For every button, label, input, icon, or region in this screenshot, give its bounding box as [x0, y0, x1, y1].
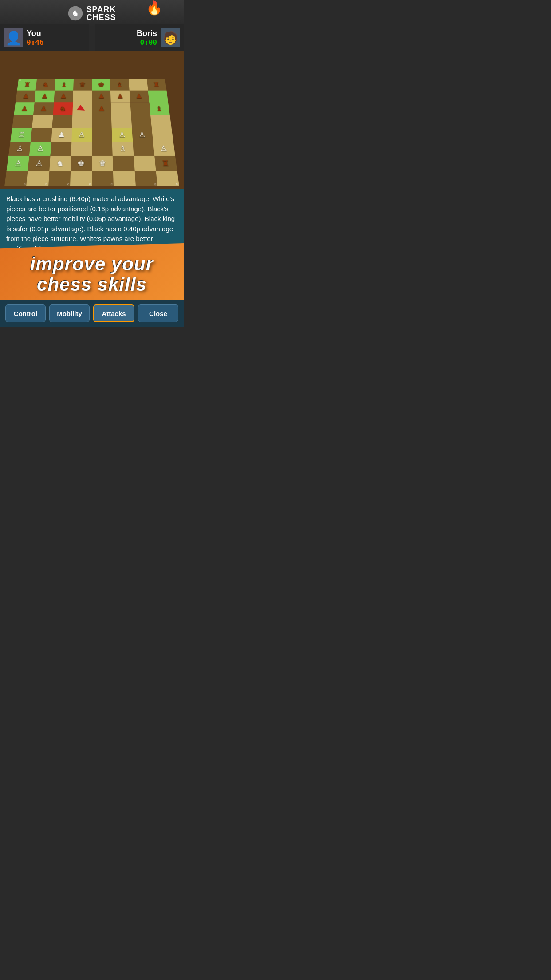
- cell-a8[interactable]: 8♜: [17, 79, 37, 90]
- cell-e6[interactable]: ♟: [92, 102, 111, 115]
- logo-spark: SPARK: [86, 5, 116, 13]
- cell-b6[interactable]: ♟: [33, 102, 54, 115]
- promo-text: improve your chess skills: [30, 254, 153, 295]
- attacks-button[interactable]: Attacks: [93, 304, 134, 322]
- cell-a3[interactable]: ♙: [8, 142, 31, 156]
- cell-c6[interactable]: ♞: [53, 102, 73, 115]
- cell-c2[interactable]: ♞: [49, 156, 71, 171]
- control-button[interactable]: Control: [5, 304, 46, 322]
- cell-g8[interactable]: [128, 79, 148, 90]
- cell-a5[interactable]: [12, 115, 33, 127]
- cell-h3[interactable]: ♙: [153, 142, 175, 156]
- cell-c5[interactable]: [52, 115, 72, 127]
- you-avatar-icon: 👤: [5, 30, 22, 46]
- player-boris-panel: Boris 0:00 🧑: [95, 24, 184, 51]
- cell-g3[interactable]: [133, 142, 154, 156]
- cell-a7[interactable]: ♟: [16, 90, 36, 102]
- cell-a6[interactable]: ♟: [14, 102, 35, 115]
- cell-c1[interactable]: c: [48, 171, 71, 186]
- cell-d1[interactable]: d: [70, 171, 92, 186]
- boris-avatar-icon: 🧑: [163, 31, 178, 45]
- cell-a2[interactable]: ♙: [7, 156, 29, 171]
- cell-g4[interactable]: ♙: [132, 128, 153, 142]
- cell-c8[interactable]: ♝: [55, 79, 74, 90]
- cell-c7[interactable]: ♟: [54, 90, 73, 102]
- cell-b1[interactable]: b: [26, 171, 49, 186]
- logo-text: SPARK CHESS: [86, 5, 116, 21]
- cell-f7[interactable]: ♟: [110, 90, 130, 102]
- cell-e4[interactable]: [92, 128, 112, 142]
- cell-a1[interactable]: a: [4, 171, 28, 186]
- boris-avatar: 🧑: [161, 28, 180, 47]
- cell-a4[interactable]: ♖: [10, 128, 32, 142]
- boris-info: Boris 0:00: [137, 29, 157, 47]
- cell-b3[interactable]: ♙: [29, 142, 51, 156]
- cell-e5[interactable]: [92, 115, 112, 127]
- cell-d3[interactable]: [71, 142, 92, 156]
- chess-board-container: 8♜ ♞ ♝ ♛ ♚ ♝ ♜ ♟ ♟ ♟ ♟ ♟ ♟ ♟ ♟: [0, 51, 184, 189]
- bottom-buttons-bar: Control Mobility Attacks Close: [0, 300, 184, 327]
- cell-h1[interactable]: h: [156, 171, 179, 186]
- cell-c3[interactable]: [50, 142, 71, 156]
- cell-c4[interactable]: ♟: [51, 128, 72, 142]
- cell-g1[interactable]: g: [134, 171, 157, 186]
- cell-d2[interactable]: ♚: [71, 156, 92, 171]
- you-avatar: 👤: [4, 28, 23, 47]
- cell-b8[interactable]: ♞: [36, 79, 55, 90]
- chess-board: 8♜ ♞ ♝ ♛ ♚ ♝ ♜ ♟ ♟ ♟ ♟ ♟ ♟ ♟ ♟: [4, 79, 179, 186]
- cell-e1[interactable]: e: [92, 171, 114, 186]
- cell-f6[interactable]: [111, 102, 131, 115]
- cell-h2[interactable]: ♜: [154, 156, 177, 171]
- cell-b5[interactable]: [32, 115, 53, 127]
- cell-h5[interactable]: [150, 115, 172, 127]
- flame-icon: 🔥: [146, 0, 162, 16]
- cell-d5[interactable]: [72, 115, 92, 127]
- cell-f8[interactable]: ♝: [110, 79, 129, 90]
- cell-f2[interactable]: [113, 156, 134, 171]
- cell-g2[interactable]: [134, 156, 156, 171]
- cell-g5[interactable]: [131, 115, 152, 127]
- logo-knight-icon: ♞: [67, 5, 83, 21]
- cell-b2[interactable]: ♙: [28, 156, 50, 171]
- cell-h8[interactable]: ♜: [147, 79, 167, 90]
- app-header: ♞ 🔥 SPARK CHESS: [0, 0, 184, 27]
- close-button[interactable]: Close: [138, 304, 178, 322]
- boris-timer: 0:00: [140, 38, 157, 47]
- promo-banner: improve your chess skills: [0, 243, 184, 305]
- cell-e2[interactable]: ♛: [92, 156, 113, 171]
- cell-e7[interactable]: ♟: [92, 90, 111, 102]
- cell-d7[interactable]: [73, 90, 92, 102]
- logo-chess: CHESS: [86, 13, 116, 21]
- you-name: You: [27, 29, 44, 38]
- you-timer: 0:46: [27, 38, 44, 47]
- player-you-panel: 👤 You 0:46: [0, 24, 89, 51]
- cell-e8[interactable]: ♚: [92, 79, 110, 90]
- cell-h7[interactable]: [148, 90, 168, 102]
- cell-g6[interactable]: [130, 102, 150, 115]
- cell-g7[interactable]: ♟: [129, 90, 149, 102]
- logo: ♞ 🔥 SPARK CHESS: [67, 5, 116, 21]
- cell-f5[interactable]: [111, 115, 132, 127]
- cell-d4[interactable]: ♙: [71, 128, 92, 142]
- cell-b4[interactable]: [31, 128, 52, 142]
- mobility-button[interactable]: Mobility: [49, 304, 90, 322]
- boris-name: Boris: [137, 29, 157, 38]
- cell-h4[interactable]: [152, 128, 173, 142]
- cell-e3[interactable]: [92, 142, 113, 156]
- you-info: You 0:46: [27, 29, 44, 47]
- cell-f3[interactable]: ♗: [112, 142, 134, 156]
- cell-d6[interactable]: ▶: [72, 102, 92, 115]
- svg-text:♞: ♞: [71, 8, 79, 18]
- cell-f4[interactable]: ♙: [112, 128, 133, 142]
- cell-d8[interactable]: ♛: [73, 79, 92, 90]
- cell-f1[interactable]: f: [113, 171, 135, 186]
- cell-h6[interactable]: ♝: [149, 102, 170, 115]
- cell-b7[interactable]: ♟: [35, 90, 55, 102]
